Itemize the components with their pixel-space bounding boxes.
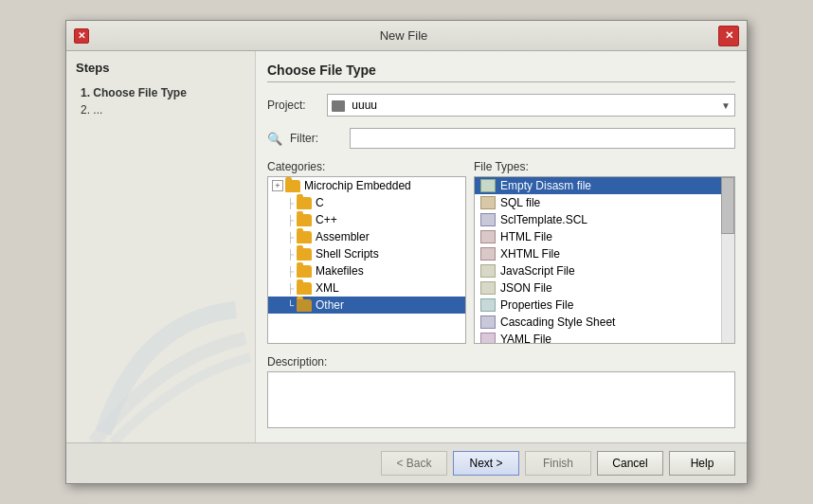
description-label: Description: [267, 355, 735, 369]
file-item-label: Cascading Style Sheet [500, 315, 615, 329]
project-icon [332, 100, 345, 112]
file-item-css[interactable]: Cascading Style Sheet [475, 314, 734, 331]
file-type-icon [480, 230, 496, 243]
dropdown-arrow-icon: ▼ [721, 100, 731, 111]
folder-icon [297, 214, 312, 226]
folder-icon [297, 265, 312, 278]
file-type-icon [480, 298, 496, 312]
project-select[interactable]: uuuu ▼ [327, 94, 735, 117]
categories-panel: Categories: + Microchip Embedded ├ [267, 160, 466, 344]
folder-icon [297, 282, 312, 295]
category-label: Makefiles [316, 264, 364, 278]
category-label: C [316, 196, 324, 209]
filter-label: Filter: [290, 132, 342, 145]
file-item-label: JSON File [500, 281, 552, 295]
file-type-icon [480, 247, 496, 261]
dialog-title: New File [89, 28, 718, 43]
project-label: Project: [267, 99, 319, 112]
file-item-json[interactable]: JSON File [475, 279, 734, 297]
category-label: XML [316, 281, 339, 295]
columns-row: Categories: + Microchip Embedded ├ [267, 160, 735, 344]
title-bar-left: ✕ [74, 28, 89, 44]
categories-list[interactable]: + Microchip Embedded ├ C [267, 176, 466, 344]
main-panel: Choose File Type Project: uuuu ▼ 🔍 Filte… [256, 51, 747, 442]
step-2: 2. ... [81, 101, 245, 118]
steps-list: 1. Choose File Type 2. ... [76, 84, 245, 118]
file-type-icon [480, 315, 496, 329]
project-row: Project: uuuu ▼ [267, 94, 735, 117]
file-item-scl[interactable]: SclTemplate.SCL [475, 211, 734, 228]
back-button[interactable]: < Back [381, 451, 447, 476]
new-file-dialog: ✕ New File ✕ Steps 1. Choose File Type 2… [65, 20, 748, 484]
file-type-icon [480, 333, 496, 344]
category-label: Microchip Embedded [304, 179, 411, 192]
file-item-prop[interactable]: Properties File [475, 297, 734, 314]
category-xml[interactable]: ├ XML [268, 279, 465, 297]
file-item-label: YAML File [500, 333, 551, 344]
close-icon[interactable]: ✕ [74, 28, 89, 44]
category-label: Other [316, 298, 344, 312]
file-type-icon [480, 196, 496, 209]
file-types-panel: File Types: Empty Disasm file SQL file [474, 160, 735, 344]
file-item-sql[interactable]: SQL file [475, 194, 734, 211]
expand-icon: + [272, 180, 283, 191]
categories-label: Categories: [267, 160, 466, 173]
cancel-button[interactable]: Cancel [597, 451, 663, 476]
category-shell[interactable]: ├ Shell Scripts [268, 245, 465, 262]
file-item-xhtml[interactable]: XHTML File [475, 245, 734, 262]
file-item-js[interactable]: JavaScript File [475, 262, 734, 279]
description-textarea[interactable] [267, 371, 735, 428]
scrollbar-thumb[interactable] [721, 177, 734, 234]
file-type-icon [480, 213, 496, 226]
dialog-footer: < Back Next > Finish Cancel Help [66, 442, 747, 483]
file-item-label: Properties File [500, 298, 573, 312]
step-1: 1. Choose File Type [81, 84, 245, 101]
description-section: Description: [267, 355, 735, 431]
category-microchip[interactable]: + Microchip Embedded [268, 177, 465, 194]
folder-icon [297, 197, 312, 209]
section-title: Choose File Type [267, 63, 735, 82]
steps-title: Steps [76, 61, 245, 75]
file-item-html[interactable]: HTML File [475, 228, 734, 245]
category-c[interactable]: ├ C [268, 194, 465, 211]
file-item-yaml[interactable]: YAML File [475, 331, 734, 344]
category-label: C++ [316, 213, 337, 226]
folder-icon [297, 231, 312, 243]
file-type-icon [480, 179, 496, 192]
finish-button[interactable]: Finish [525, 451, 591, 476]
file-item-label: JavaScript File [500, 264, 575, 278]
help-button[interactable]: Help [669, 451, 735, 476]
folder-icon [285, 180, 300, 192]
file-item-disasm[interactable]: Empty Disasm file [475, 177, 734, 194]
category-label: Shell Scripts [316, 247, 379, 261]
title-bar: ✕ New File ✕ [66, 21, 747, 51]
file-types-list[interactable]: Empty Disasm file SQL file SclTemplate.S… [474, 176, 735, 344]
file-item-label: SclTemplate.SCL [500, 213, 587, 226]
folder-icon [297, 299, 312, 312]
category-assembler[interactable]: ├ Assembler [268, 228, 465, 245]
file-item-label: HTML File [500, 230, 552, 243]
file-item-label: Empty Disasm file [500, 179, 591, 192]
category-label: Assembler [316, 230, 370, 243]
steps-panel: Steps 1. Choose File Type 2. ... [66, 51, 256, 442]
filter-row: 🔍 Filter: [267, 128, 735, 149]
next-button[interactable]: Next > [453, 451, 519, 476]
folder-icon [297, 248, 312, 261]
category-other[interactable]: └ Other [268, 297, 465, 314]
file-item-label: XHTML File [500, 247, 560, 261]
file-type-icon [480, 281, 496, 295]
category-makefiles[interactable]: ├ Makefiles [268, 262, 465, 279]
file-type-icon [480, 264, 496, 278]
filter-input[interactable] [350, 128, 735, 149]
file-types-label: File Types: [474, 160, 735, 173]
scrollbar-track[interactable] [721, 177, 734, 343]
filter-search-icon: 🔍 [267, 131, 282, 146]
watermark [84, 300, 255, 442]
file-item-label: SQL file [500, 196, 540, 209]
window-close-button[interactable]: ✕ [718, 26, 739, 46]
project-value: uuuu [352, 99, 377, 112]
dialog-body: Steps 1. Choose File Type 2. ... Choose [66, 51, 747, 442]
category-cpp[interactable]: ├ C++ [268, 211, 465, 228]
